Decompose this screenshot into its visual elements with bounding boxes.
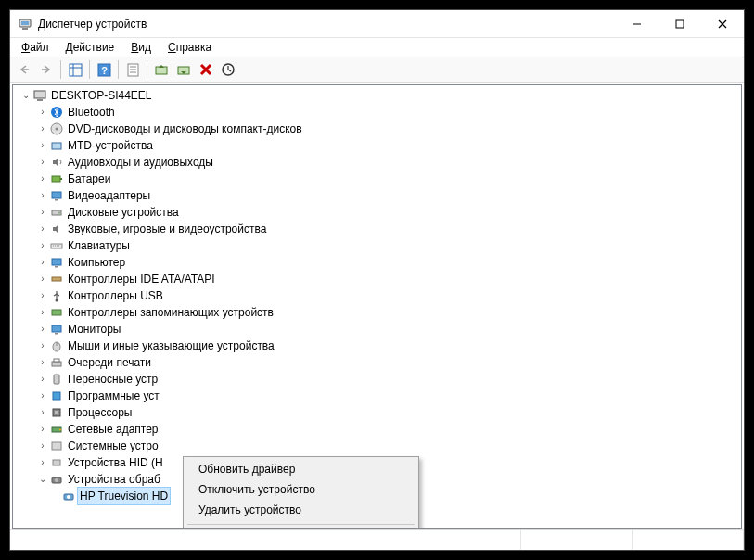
svg-point-36: [56, 299, 58, 302]
disable-device-button[interactable]: [173, 59, 194, 80]
properties-button[interactable]: [122, 59, 143, 80]
system-device-icon: [49, 439, 64, 453]
expand-icon[interactable]: ›: [37, 374, 48, 385]
menu-help[interactable]: Справка: [160, 40, 219, 55]
device-tree[interactable]: ⌄ DESKTOP-SI44EEL ›Bluetooth ›DVD-дисков…: [17, 87, 737, 504]
scan-hardware-button[interactable]: [218, 59, 238, 80]
expand-icon[interactable]: ›: [37, 190, 48, 201]
minimize-button[interactable]: [616, 10, 658, 37]
monitor-icon: [49, 322, 64, 337]
tree-category[interactable]: ›Bluetooth: [17, 104, 737, 121]
tree-category[interactable]: ›Клавиатуры: [17, 237, 737, 254]
ctx-scan-hardware[interactable]: Обновить конфигурацию оборудования: [185, 528, 416, 529]
tree-category[interactable]: ›Очереди печати: [17, 354, 737, 371]
expand-icon[interactable]: ›: [37, 240, 48, 251]
svg-rect-47: [55, 411, 58, 414]
computer-icon: [49, 255, 64, 270]
app-icon: [18, 17, 32, 32]
svg-point-53: [55, 478, 58, 482]
expand-icon[interactable]: ›: [37, 424, 48, 435]
sound-controller-icon: [49, 222, 64, 236]
tree-category[interactable]: ›Процессоры: [17, 404, 737, 421]
tree-category[interactable]: ›MTD-устройства: [17, 137, 737, 154]
menu-file[interactable]: Файл: [14, 40, 57, 55]
tree-category[interactable]: ›Дисковые устройства: [17, 204, 737, 221]
expand-icon[interactable]: ›: [37, 157, 48, 168]
tree-category[interactable]: ›Звуковые, игровые и видеоустройства: [17, 221, 737, 237]
svg-rect-4: [676, 20, 684, 28]
tree-category[interactable]: ›Аудиовходы и аудиовыходы: [17, 154, 737, 171]
ide-controller-icon: [49, 272, 64, 286]
software-device-icon: [49, 388, 64, 403]
tree-category[interactable]: ›Системные устро: [17, 438, 737, 454]
expand-icon[interactable]: ›: [37, 223, 48, 235]
device-manager-window: Диспетчер устройств Файл Действие Вид Сп…: [9, 9, 745, 551]
svg-rect-7: [70, 64, 82, 76]
tree-category[interactable]: ›Компьютер: [17, 254, 737, 271]
ctx-disable-device[interactable]: Отключить устройство: [185, 479, 416, 500]
collapse-icon[interactable]: ⌄: [20, 90, 32, 101]
tree-category[interactable]: ›Программные уст: [17, 388, 737, 404]
tree-root[interactable]: ⌄ DESKTOP-SI44EEL: [17, 87, 737, 104]
expand-icon[interactable]: ›: [37, 324, 48, 335]
menubar: Файл Действие Вид Справка: [10, 38, 744, 57]
expand-icon[interactable]: ›: [37, 173, 48, 185]
svg-rect-45: [53, 392, 60, 400]
collapse-icon[interactable]: ⌄: [37, 474, 48, 485]
expand-icon[interactable]: ›: [37, 274, 48, 285]
expand-icon[interactable]: ›: [37, 407, 48, 418]
dvd-drive-icon: [49, 121, 64, 136]
expand-icon[interactable]: ›: [37, 123, 48, 134]
tree-category[interactable]: ›Видеоадаптеры: [17, 187, 737, 204]
computer-icon: [32, 88, 47, 103]
expand-icon[interactable]: ›: [37, 457, 48, 468]
close-button[interactable]: [701, 10, 744, 37]
tree-category[interactable]: ›Батареи: [17, 171, 737, 187]
toolbar-separator: [89, 60, 90, 79]
svg-rect-27: [52, 192, 61, 198]
svg-rect-34: [55, 266, 58, 268]
toolbar-separator: [60, 60, 61, 79]
maximize-button[interactable]: [658, 10, 701, 37]
svg-rect-1: [21, 21, 29, 25]
expand-icon[interactable]: ›: [37, 390, 48, 401]
usb-controller-icon: [49, 288, 64, 303]
expand-icon[interactable]: ›: [37, 340, 48, 351]
update-drivers-button[interactable]: [151, 59, 172, 80]
expand-icon[interactable]: ›: [37, 357, 48, 368]
nav-forward-button[interactable]: [36, 59, 57, 80]
ctx-uninstall-device[interactable]: Удалить устройство: [185, 500, 416, 520]
expand-icon[interactable]: ›: [37, 107, 48, 118]
svg-rect-33: [52, 259, 61, 265]
expand-icon[interactable]: ›: [37, 440, 48, 452]
show-hide-tree-button[interactable]: [65, 59, 85, 80]
help-button[interactable]: ?: [94, 59, 114, 80]
tree-category[interactable]: ›Контроллеры IDE ATA/ATAPI: [17, 271, 737, 287]
context-menu: Обновить драйвер Отключить устройство Уд…: [183, 456, 419, 529]
print-queue-icon: [49, 355, 64, 370]
uninstall-device-button[interactable]: [196, 59, 216, 80]
svg-rect-16: [156, 67, 167, 74]
tree-category[interactable]: ›Контроллеры запоминающих устройств: [17, 304, 737, 321]
ctx-update-driver[interactable]: Обновить драйвер: [185, 459, 416, 479]
tree-category[interactable]: ›Переносные устр: [17, 371, 737, 388]
expand-icon[interactable]: ›: [37, 307, 48, 318]
expand-icon[interactable]: ›: [37, 140, 48, 151]
tree-category[interactable]: ›Сетевые адаптер: [17, 421, 737, 438]
svg-point-55: [67, 495, 70, 499]
expand-icon[interactable]: ›: [37, 257, 48, 268]
expand-icon[interactable]: ›: [37, 290, 48, 301]
nav-back-button[interactable]: [14, 59, 34, 80]
tree-category[interactable]: ›DVD-дисководы и дисководы компакт-диско…: [17, 121, 737, 137]
audio-io-icon: [49, 155, 64, 170]
display-adapter-icon: [49, 188, 64, 203]
tree-category[interactable]: ›Мониторы: [17, 321, 737, 337]
tree-device-label: HP Truevision HD: [78, 488, 170, 504]
svg-rect-20: [37, 99, 43, 101]
tree-category[interactable]: ›Контроллеры USB: [17, 287, 737, 304]
expand-icon[interactable]: ›: [37, 207, 48, 218]
menu-action[interactable]: Действие: [58, 40, 122, 55]
menu-view[interactable]: Вид: [123, 40, 159, 55]
device-tree-pane[interactable]: ⌄ DESKTOP-SI44EEL ›Bluetooth ›DVD-дисков…: [12, 84, 742, 529]
tree-category[interactable]: ›Мыши и иные указывающие устройства: [17, 337, 737, 354]
